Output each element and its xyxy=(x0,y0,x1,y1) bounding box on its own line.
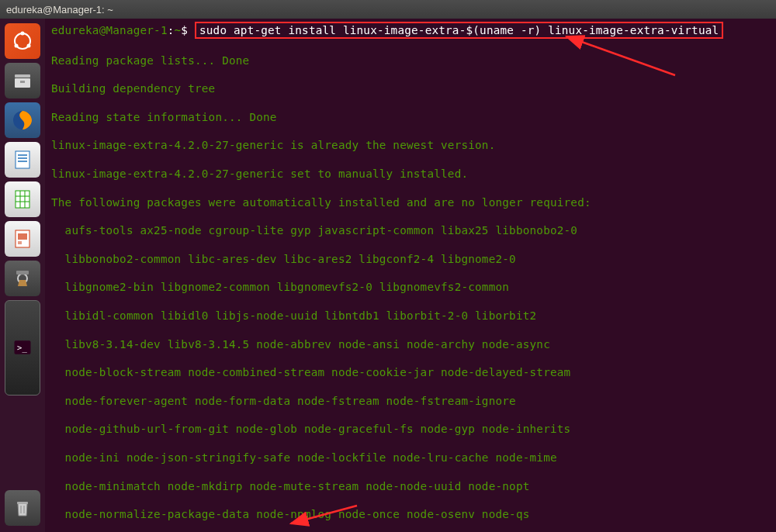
output-line: node-forever-agent node-form-data node-f… xyxy=(51,394,770,408)
output-line: node-minimatch node-mkdirp node-mute-str… xyxy=(51,479,770,493)
window-title-bar: edureka@Manager-1: ~ xyxy=(0,0,776,19)
unity-launcher: >_ xyxy=(0,19,45,532)
svg-rect-12 xyxy=(16,191,29,208)
highlighted-command: sudo apt-get install linux-image-extra-$… xyxy=(195,22,723,39)
firefox-icon[interactable] xyxy=(5,102,40,138)
output-line: Reading package lists... Done xyxy=(51,54,770,67)
svg-point-1 xyxy=(21,32,25,36)
prompt-sep: : xyxy=(168,24,175,36)
output-line: libidl-common libidl0 libjs-node-uuid li… xyxy=(51,309,770,323)
svg-rect-19 xyxy=(18,241,22,244)
terminal-icon[interactable]: >_ xyxy=(5,300,40,396)
dash-icon[interactable] xyxy=(5,23,40,59)
prompt-user: edureka@Manager-1 xyxy=(51,24,168,36)
output-line: linux-image-extra-4.2.0-27-generic is al… xyxy=(51,138,770,152)
terminal-output[interactable]: edureka@Manager-1:~$ sudo apt-get instal… xyxy=(45,19,776,532)
svg-point-2 xyxy=(27,44,31,48)
settings-icon[interactable] xyxy=(5,261,40,296)
output-line: Building dependency tree xyxy=(51,81,770,95)
window-title: edureka@Manager-1: ~ xyxy=(6,4,113,16)
files-icon[interactable] xyxy=(5,63,40,98)
prompt-dollar: $ xyxy=(181,24,188,36)
svg-rect-18 xyxy=(18,233,27,240)
output-line: linux-image-extra-4.2.0-27-generic set t… xyxy=(51,167,770,181)
svg-text:>_: >_ xyxy=(17,343,27,353)
svg-rect-4 xyxy=(15,74,30,78)
output-line: node-normalize-package-data node-npmlog … xyxy=(51,507,770,521)
svg-rect-21 xyxy=(16,271,29,275)
output-line: libv8-3.14-dev libv8-3.14.5 node-abbrev … xyxy=(51,337,770,351)
output-line: node-ini node-json-stringify-safe node-l… xyxy=(51,451,770,465)
output-line: libgnome2-bin libgnome2-common libgnomev… xyxy=(51,280,770,294)
libreoffice-impress-icon[interactable] xyxy=(5,221,40,257)
output-line: node-block-stream node-combined-stream n… xyxy=(51,365,770,379)
svg-rect-8 xyxy=(16,151,29,168)
svg-rect-6 xyxy=(20,81,25,83)
output-line: Reading state information... Done xyxy=(51,110,770,124)
trash-icon[interactable] xyxy=(5,490,40,526)
output-line: node-github-url-from-git node-glob node-… xyxy=(51,422,770,436)
libreoffice-calc-icon[interactable] xyxy=(5,181,40,217)
svg-point-3 xyxy=(15,44,19,48)
main-area: >_ edureka@Manager-1:~$ sudo apt-get ins… xyxy=(0,19,776,532)
libreoffice-writer-icon[interactable] xyxy=(5,142,40,178)
output-line: The following packages were automaticall… xyxy=(51,195,770,209)
output-line: aufs-tools ax25-node cgroup-lite gyp jav… xyxy=(51,223,770,237)
output-line: libbonobo2-common libc-ares-dev libc-are… xyxy=(51,252,770,266)
svg-rect-24 xyxy=(17,502,28,504)
command-text: sudo apt-get install linux-image-extra-$… xyxy=(199,24,719,36)
